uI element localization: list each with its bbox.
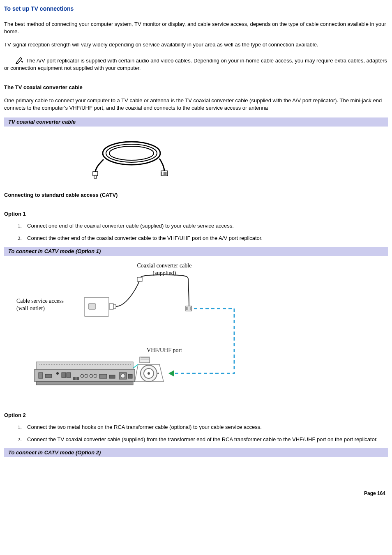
svg-point-39 [56,372,59,375]
svg-point-51 [121,374,125,378]
svg-rect-15 [109,304,113,309]
svg-rect-4 [94,176,97,178]
svg-rect-3 [93,172,98,176]
callout-coax-cable: TV coaxial converter cable [4,117,388,127]
svg-rect-36 [36,382,133,385]
callout-option1: To connect in CATV mode (Option 1) [4,247,388,256]
svg-point-29 [148,372,150,375]
option1-heading: Option 1 [4,210,388,218]
list-item: Connect one end of the coaxial converter… [23,222,388,230]
note-block: The A/V port replicator is supplied with… [4,57,388,72]
svg-rect-52 [128,374,132,378]
note-text: The A/V port replicator is supplied with… [4,58,387,71]
list-item: Connect the TV coaxial converter cable (… [23,436,388,443]
svg-rect-38 [45,374,52,378]
section-heading-catv: Connecting to standard cable access (CAT… [4,191,388,199]
pencil-note-icon [16,57,24,64]
diagram-label-port: VHF/UHF port [147,347,182,353]
diagram-label-wall: Cable service access [16,298,64,304]
svg-text:(supplied): (supplied) [153,270,176,276]
svg-rect-49 [109,375,115,378]
option2-steps: Connect the two metal hooks on the RCA t… [4,424,388,443]
list-item: Connect the two metal hooks on the RCA t… [23,424,388,431]
svg-point-30 [157,373,159,374]
svg-rect-13 [84,297,109,316]
svg-text:(wall outlet): (wall outlet) [16,305,45,312]
option1-steps: Connect one end of the coaxial converter… [4,222,388,242]
page-number: Page 164 [4,490,388,497]
coax-paragraph: One primary cable to connect your comput… [4,97,388,112]
figure-catv-option1: Coaxial converter cable (supplied) Cable… [4,258,247,390]
page-title: To set up TV connections [4,5,388,13]
svg-rect-42 [73,377,76,380]
svg-rect-16 [113,304,116,309]
svg-rect-43 [76,377,79,380]
vhf-port-icon [135,357,164,382]
callout-option2: To connect in CATV mode (Option 2) [4,448,388,457]
figure-coax-cable [86,135,388,180]
svg-marker-23 [168,370,174,377]
intro-paragraph-1: The best method of connecting your compu… [4,21,388,35]
svg-point-0 [103,142,160,165]
svg-rect-48 [99,374,107,378]
port-replicator-icon [35,362,135,385]
svg-rect-14 [88,304,96,309]
svg-rect-34 [36,362,133,369]
svg-rect-41 [67,373,71,378]
svg-rect-17 [137,277,142,281]
svg-point-1 [106,144,157,162]
option2-heading: Option 2 [4,412,388,419]
svg-rect-37 [39,373,43,378]
diagram-label-cable: Coaxial converter cable [137,263,192,269]
svg-point-2 [109,146,154,160]
list-item: Connect the other end of the coaxial con… [23,235,388,242]
section-heading-coax: The TV coaxial converter cable [4,84,388,91]
intro-paragraph-2: TV signal reception strength will vary w… [4,41,388,48]
svg-rect-40 [62,373,66,378]
